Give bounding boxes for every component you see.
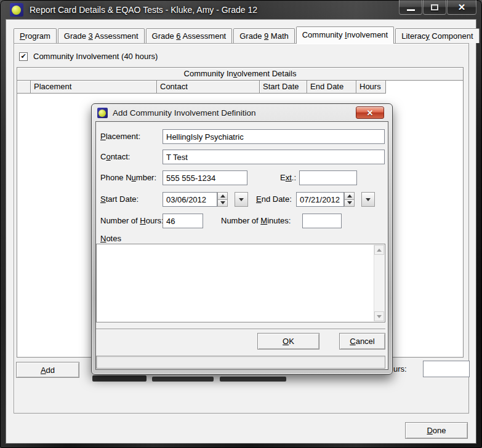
placement-label: Placement: [100, 132, 140, 141]
extension-label: Ext.: [280, 173, 296, 182]
minimize-icon [407, 9, 415, 11]
main-window: Report Card Details & EQAO Tests - Kluke… [0, 0, 482, 448]
tab-program[interactable]: Program [14, 28, 57, 43]
dialog-title: Add Community Involvement Definition [113, 108, 256, 118]
column-header-end-date[interactable]: End Date [307, 81, 356, 94]
grid-column-headers: Placement Contact Start Date End Date Ho… [17, 81, 463, 94]
chevron-down-icon [239, 198, 244, 201]
contact-input[interactable] [163, 150, 385, 164]
triangle-down-icon [347, 201, 352, 204]
end-date-spinner [344, 192, 355, 207]
grid-group-header: Community Involvement Details [17, 68, 463, 81]
tab-grade6-assessment[interactable]: Grade 6 Assessment [146, 28, 233, 43]
community-involvement-checkbox[interactable]: ✔ [19, 52, 28, 61]
apple-icon [98, 110, 106, 117]
triangle-down-icon [220, 201, 225, 204]
phone-number-input[interactable] [163, 170, 247, 185]
tab-grade9-math[interactable]: Grade 9 Math [233, 28, 295, 43]
tab-literacy-component[interactable]: Literacy Component [395, 28, 479, 43]
obscured-button-shadow [92, 375, 147, 382]
extension-input[interactable] [299, 170, 357, 185]
total-hours-label-partial: urs: [393, 364, 407, 374]
start-date-input[interactable] [163, 192, 217, 207]
end-date-input[interactable] [296, 192, 344, 207]
column-header-contact[interactable]: Contact [157, 81, 260, 94]
community-involvement-checkbox-row: ✔ Community Involvement (40 hours) [19, 52, 158, 61]
end-date-spin-up-button[interactable] [344, 192, 355, 200]
close-icon: ✕ [367, 108, 374, 118]
end-date-dropdown-button[interactable] [361, 192, 375, 207]
number-of-hours-label: Number of Hours: [100, 216, 164, 225]
column-header-placement[interactable]: Placement [31, 81, 157, 94]
triangle-up-icon [220, 194, 225, 198]
start-date-label: Start Date: [100, 194, 139, 204]
placement-input[interactable] [163, 129, 385, 144]
community-involvement-checkbox-label: Community Involvement (40 hours) [33, 52, 158, 61]
number-of-minutes-label: Number of Minutes: [221, 216, 291, 225]
scroll-up-button[interactable] [374, 245, 384, 255]
notes-label: Notes [100, 234, 121, 243]
apple-icon [12, 6, 21, 15]
start-date-spin-up-button[interactable] [217, 192, 228, 200]
tab-strip: Program Grade 3 Assessment Grade 6 Asses… [14, 26, 481, 43]
cancel-button[interactable]: Cancel [339, 333, 385, 350]
close-icon: ✕ [458, 2, 466, 12]
chevron-down-icon [366, 198, 371, 201]
maximize-button[interactable] [423, 0, 446, 15]
start-date-spinner [217, 192, 228, 207]
end-date-label: End Date: [256, 194, 292, 204]
app-icon[interactable] [10, 3, 23, 17]
window-title: Report Card Details & EQAO Tests - Kluke… [30, 5, 257, 15]
tab-community-involvement[interactable]: Community Involvement [296, 26, 394, 44]
add-button[interactable]: Add [16, 362, 79, 378]
total-hours-input[interactable] [423, 361, 470, 377]
triangle-up-icon [377, 249, 382, 252]
minimize-button[interactable] [399, 0, 422, 15]
notes-textarea[interactable] [96, 244, 385, 322]
dialog-titlebar[interactable]: Add Community Involvement Definition [92, 104, 392, 121]
notes-scrollbar[interactable] [374, 245, 384, 321]
done-button[interactable]: Done [405, 422, 468, 439]
column-header-row-selector[interactable] [17, 81, 31, 94]
phone-number-label: Phone Number: [100, 173, 156, 182]
number-of-minutes-input[interactable] [302, 214, 342, 228]
dialog-close-button[interactable]: ✕ [356, 106, 384, 119]
tab-grade3-assessment[interactable]: Grade 3 Assessment [58, 28, 145, 43]
dialog-content: Placement: Contact: Phone Number: Ext.: … [95, 121, 388, 370]
button-separator [96, 329, 385, 330]
check-icon: ✔ [20, 53, 26, 60]
column-header-hours[interactable]: Hours [356, 81, 386, 94]
column-header-start-date[interactable]: Start Date [260, 81, 307, 94]
dialog-status-strip [96, 356, 385, 369]
start-date-spin-down-button[interactable] [217, 200, 228, 207]
end-date-spin-down-button[interactable] [344, 200, 355, 207]
obscured-button-shadow [152, 377, 214, 382]
add-community-involvement-dialog: Add Community Involvement Definition ✕ P… [91, 103, 393, 375]
close-button[interactable]: ✕ [447, 0, 476, 15]
start-date-dropdown-button[interactable] [235, 192, 248, 207]
number-of-hours-input[interactable] [163, 214, 203, 228]
maximize-icon [431, 4, 438, 10]
caption-buttons: ✕ [398, 0, 476, 15]
triangle-up-icon [347, 194, 352, 198]
obscured-button-shadow [220, 377, 286, 382]
triangle-down-icon [377, 315, 382, 318]
contact-label: Contact: [100, 152, 130, 161]
scroll-down-button[interactable] [374, 311, 384, 321]
dialog-app-icon [97, 108, 108, 118]
ok-button[interactable]: OK [257, 333, 319, 350]
